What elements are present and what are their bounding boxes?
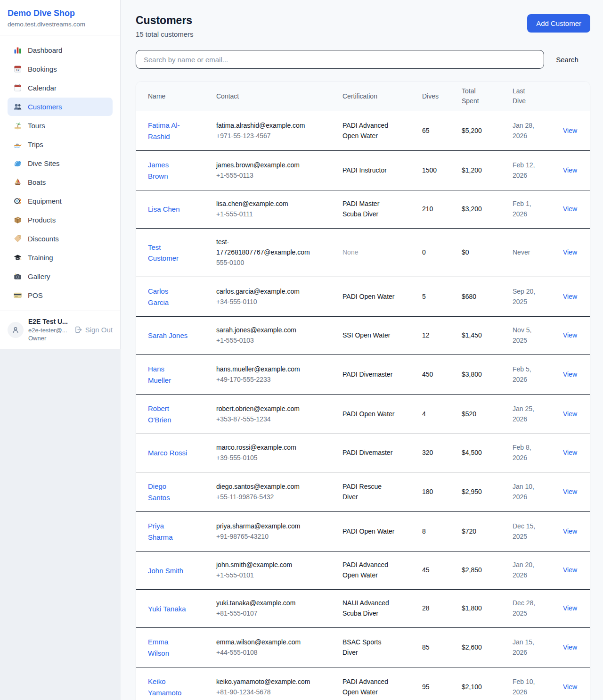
total-spent: $680: [462, 277, 513, 317]
sidebar-item[interactable]: Products: [8, 211, 113, 229]
sidebar-item[interactable]: Gallery: [8, 267, 113, 286]
view-link[interactable]: View: [563, 488, 577, 495]
column-header-last-dive: Last Dive: [513, 82, 563, 111]
last-dive-date: Dec 15, 2025: [513, 521, 540, 542]
view-link[interactable]: View: [563, 527, 577, 535]
customer-name-link[interactable]: Yuki Tanaka: [148, 603, 189, 615]
customer-phone: +1-555-0103: [216, 336, 314, 346]
customer-email: marco.rossi@example.com: [216, 443, 314, 453]
view-link[interactable]: View: [563, 166, 577, 174]
last-dive-date: Jan 25, 2026: [513, 404, 540, 425]
last-dive-date: Jan 28, 2026: [513, 121, 540, 141]
view-link[interactable]: View: [563, 566, 577, 574]
sidebar-item[interactable]: Equipment: [8, 192, 113, 210]
sidebar-item[interactable]: Discounts: [8, 230, 113, 248]
customer-name-link[interactable]: Test Customer: [148, 242, 189, 264]
sidebar-item[interactable]: Calendar: [8, 79, 113, 97]
sidebar-item[interactable]: Dive Sites: [8, 154, 113, 173]
customer-name-link[interactable]: Hans Mueller: [148, 363, 189, 386]
calendar-icon: [13, 83, 22, 92]
sidebar-item-label: Bookings: [28, 65, 57, 73]
training-icon: [13, 253, 22, 262]
total-spent: $1,450: [462, 317, 513, 355]
customer-name-link[interactable]: Robert O'Brien: [148, 403, 189, 425]
customer-email: carlos.garcia@example.com: [216, 287, 314, 297]
table-row: Hans Mueller hans.mueller@example.com +4…: [136, 355, 590, 395]
tours-icon: [13, 121, 22, 130]
customer-name-link[interactable]: John Smith: [148, 565, 189, 576]
main-content: Customers 15 total customers Add Custome…: [121, 0, 603, 700]
contact-cell: marco.rossi@example.com +39-555-0105: [216, 443, 314, 463]
certification-text: PADI Instructor: [342, 165, 395, 176]
contact-cell: emma.wilson@example.com +44-555-0108: [216, 637, 314, 658]
customer-email: hans.mueller@example.com: [216, 364, 314, 375]
certification-text: PADI Open Water: [342, 292, 395, 302]
customer-name-link[interactable]: Lisa Chen: [148, 204, 189, 215]
customer-name-link[interactable]: Fatima Al-Rashid: [148, 120, 189, 142]
view-link[interactable]: View: [563, 205, 577, 213]
last-dive-date: Never: [513, 247, 540, 258]
dives-count: 28: [422, 590, 462, 628]
sidebar-item[interactable]: Tours: [8, 116, 113, 135]
certification-text: PADI Advanced Open Water: [342, 121, 395, 141]
sidebar-item[interactable]: Boats: [8, 173, 113, 191]
customer-phone: +971-55-123-4567: [216, 131, 314, 141]
view-link[interactable]: View: [563, 248, 577, 256]
view-link[interactable]: View: [563, 371, 577, 378]
last-dive-date: Jan 20, 2026: [513, 560, 540, 581]
view-link[interactable]: View: [563, 127, 577, 134]
sidebar-item[interactable]: Trips: [8, 135, 113, 154]
customer-name-link[interactable]: Diego Santos: [148, 481, 189, 503]
bookings-icon: 17: [13, 65, 22, 74]
sidebar-item[interactable]: Customers: [8, 98, 113, 116]
search-row: Search: [136, 50, 590, 69]
certification-text: PADI Advanced Open Water: [342, 677, 395, 698]
sidebar-item[interactable]: Training: [8, 248, 113, 267]
view-link[interactable]: View: [563, 410, 577, 418]
sidebar-item[interactable]: POS: [8, 286, 113, 305]
customers-table-card: Name Contact Certification Dives Total S…: [136, 81, 590, 700]
table-row: Keiko Yamamoto keiko.yamamoto@example.co…: [136, 667, 590, 700]
sidebar-item[interactable]: Dashboard: [8, 41, 113, 59]
certification-text: BSAC Sports Diver: [342, 637, 395, 658]
contact-cell: lisa.chen@example.com +1-555-0111: [216, 199, 314, 220]
sign-out-icon: [74, 326, 82, 334]
sign-out-button[interactable]: Sign Out: [74, 326, 113, 334]
table-row: John Smith john.smith@example.com +1-555…: [136, 552, 590, 590]
search-button[interactable]: Search: [544, 51, 590, 68]
sidebar-item-label: Calendar: [28, 84, 57, 92]
app: Demo Dive Shop demo.test.divestreams.com…: [0, 0, 603, 700]
dives-count: 210: [422, 190, 462, 229]
page-header: Customers 15 total customers Add Custome…: [136, 14, 590, 38]
customer-name-link[interactable]: James Brown: [148, 159, 189, 181]
customer-name-link[interactable]: Carlos Garcia: [148, 286, 189, 308]
customer-email: keiko.yamamoto@example.com: [216, 677, 314, 687]
view-link[interactable]: View: [563, 293, 577, 300]
column-header-contact: Contact: [216, 82, 342, 111]
customer-name-link[interactable]: Keiko Yamamoto: [148, 676, 189, 698]
table-row: Marco Rossi marco.rossi@example.com +39-…: [136, 434, 590, 472]
shop-domain: demo.test.divestreams.com: [8, 21, 113, 28]
sidebar-header: Demo Dive Shop demo.test.divestreams.com: [0, 0, 120, 35]
search-input[interactable]: [136, 50, 544, 69]
view-link[interactable]: View: [563, 683, 577, 691]
customer-name-link[interactable]: Marco Rossi: [148, 447, 189, 459]
total-spent: $2,950: [462, 472, 513, 512]
customer-name-link[interactable]: Emma Wilson: [148, 636, 189, 659]
view-link[interactable]: View: [563, 449, 577, 456]
add-customer-button[interactable]: Add Customer: [527, 14, 590, 33]
table-row: Emma Wilson emma.wilson@example.com +44-…: [136, 628, 590, 667]
dives-count: 320: [422, 434, 462, 472]
customer-name-link[interactable]: Sarah Jones: [148, 330, 189, 341]
gallery-icon: [13, 272, 22, 281]
sidebar-item[interactable]: 17 Bookings: [8, 60, 113, 78]
customer-name-link[interactable]: Priya Sharma: [148, 520, 189, 543]
view-link[interactable]: View: [563, 331, 577, 339]
dives-count: 180: [422, 472, 462, 512]
table-row: Robert O'Brien robert.obrien@example.com…: [136, 395, 590, 434]
customer-phone: +34-555-0110: [216, 297, 314, 307]
view-link[interactable]: View: [563, 643, 577, 651]
total-spent: $1,800: [462, 590, 513, 628]
customer-count: 15 total customers: [136, 30, 194, 38]
view-link[interactable]: View: [563, 604, 577, 612]
